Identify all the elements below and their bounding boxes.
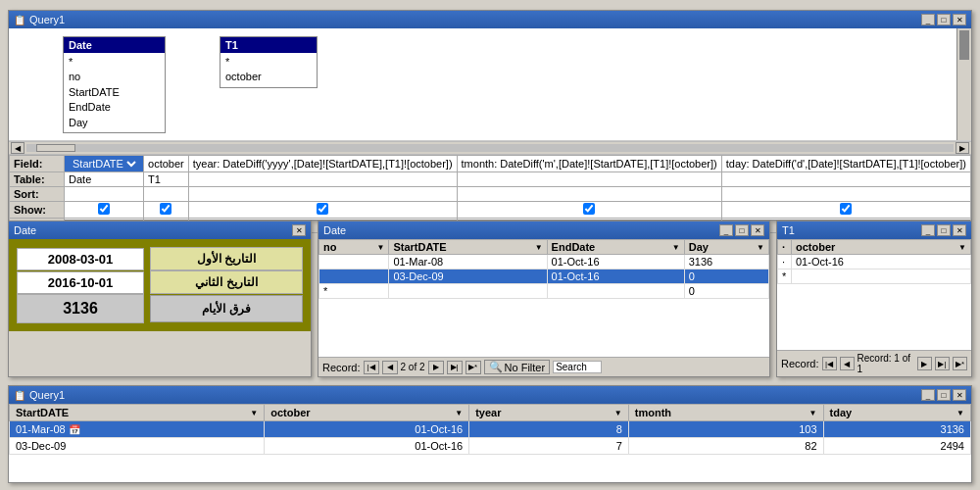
t1-header-row: · october▼ bbox=[778, 240, 971, 255]
date-max-btn[interactable]: □ bbox=[735, 224, 749, 236]
results-table: StartDATE▼ october▼ tyear▼ tmonth▼ tday▼… bbox=[9, 404, 971, 455]
scroll-right-btn[interactable]: ▶ bbox=[956, 142, 969, 154]
rth-tday[interactable]: tday▼ bbox=[823, 405, 970, 421]
nav-first-btn[interactable]: |◀ bbox=[364, 361, 379, 374]
date-popup-controls[interactable]: ✕ bbox=[292, 224, 306, 236]
no-filter-btn[interactable]: 🔍 No Filter bbox=[484, 360, 551, 374]
t1-row-star: * bbox=[778, 270, 971, 284]
scroll-thumb[interactable] bbox=[959, 30, 969, 60]
date-close-button[interactable]: ✕ bbox=[292, 224, 306, 236]
grid-row-field: Field: StartDATE october tyear: DateDiff… bbox=[10, 156, 971, 172]
date-rs-end bbox=[547, 284, 684, 299]
table-date: Date bbox=[65, 172, 144, 187]
t1-data-table: · october▼ · 01-Oct-16 * bbox=[777, 239, 971, 350]
h-scroll-thumb[interactable] bbox=[36, 144, 75, 152]
field-october: october bbox=[144, 156, 189, 172]
date-table-header-row: no▼ StartDATE▼ EndDate▼ Day▼ bbox=[319, 240, 769, 255]
t1-cls-btn[interactable]: ✕ bbox=[953, 224, 966, 236]
date-popup-body: 2008-03-01 التاريخ الأول 2016-10-01 التا… bbox=[9, 239, 311, 331]
t1-nav-info: Record: 1 of 1 bbox=[858, 353, 914, 374]
diff-label[interactable]: فرق الأيام bbox=[150, 295, 303, 322]
bottom-cls-btn[interactable]: ✕ bbox=[953, 389, 966, 401]
th-startdate[interactable]: StartDATE▼ bbox=[389, 240, 547, 255]
close-button[interactable]: ✕ bbox=[953, 14, 966, 25]
show-check-5[interactable] bbox=[721, 202, 970, 219]
grid-row-sort: Sort: bbox=[10, 187, 971, 202]
rth-october[interactable]: october▼ bbox=[265, 405, 469, 421]
diagram-area: Date * no StartDATE EndDate Day T1 * oct… bbox=[9, 28, 971, 141]
t1-nav-next[interactable]: ▶ bbox=[917, 357, 932, 370]
nav-next-btn[interactable]: ▶ bbox=[428, 361, 444, 374]
date-label-2[interactable]: التاريخ الثاني bbox=[150, 270, 303, 294]
date-data-controls[interactable]: _ □ ✕ bbox=[719, 224, 764, 236]
bottom-title: Query1 bbox=[29, 389, 65, 401]
query-title-area: 📋 Query1 bbox=[14, 14, 65, 25]
nav-of-text: 2 of 2 bbox=[401, 362, 425, 372]
nav-new-btn[interactable]: ▶* bbox=[466, 361, 481, 374]
show-label: Show: bbox=[10, 202, 65, 219]
sort-label: Sort: bbox=[10, 187, 65, 202]
bottom-title-area: 📋 Query1 bbox=[14, 389, 65, 401]
maximize-button[interactable]: □ bbox=[937, 14, 951, 25]
date-input-2[interactable]: 2016-10-01 bbox=[17, 271, 144, 294]
show-check-2[interactable] bbox=[144, 202, 189, 219]
show-check-1[interactable] bbox=[65, 202, 144, 219]
res-r2-tmonth: 82 bbox=[628, 438, 823, 455]
date-label-1[interactable]: التاريخ الأول bbox=[150, 247, 303, 270]
show-checkbox-4[interactable] bbox=[583, 203, 595, 215]
t1-nav-new[interactable]: ▶* bbox=[953, 357, 967, 370]
nav-prev-btn[interactable]: ◀ bbox=[382, 361, 398, 374]
show-checkbox-1[interactable] bbox=[98, 203, 110, 215]
scroll-left-btn[interactable]: ◀ bbox=[11, 142, 24, 154]
table-t1: T1 bbox=[144, 172, 189, 187]
show-checkbox-5[interactable] bbox=[840, 203, 852, 215]
th-no[interactable]: no▼ bbox=[319, 240, 389, 255]
res-r2-tday: 2494 bbox=[823, 438, 970, 455]
t1-data-titlebar: T1 _ □ ✕ bbox=[777, 221, 971, 239]
date-cls-btn[interactable]: ✕ bbox=[751, 224, 764, 236]
bottom-max-btn[interactable]: □ bbox=[937, 389, 951, 401]
t1-table-body: * october bbox=[220, 53, 317, 87]
t1-nav-prev[interactable]: ◀ bbox=[840, 357, 855, 370]
t1-rs-dot: * bbox=[778, 270, 792, 284]
rth-startdate[interactable]: StartDATE▼ bbox=[10, 405, 265, 421]
no-filter-text: No Filter bbox=[505, 362, 546, 373]
t1-data-controls[interactable]: _ □ ✕ bbox=[921, 224, 966, 236]
t1-results-table: · october▼ · 01-Oct-16 * bbox=[777, 239, 971, 284]
show-check-3[interactable] bbox=[188, 202, 457, 219]
t1-min-btn[interactable]: _ bbox=[921, 224, 935, 236]
minimize-button[interactable]: _ bbox=[921, 14, 935, 25]
scroll-track[interactable] bbox=[26, 144, 954, 152]
res-r1-tday: 3136 bbox=[823, 421, 970, 438]
sort-5 bbox=[721, 187, 970, 202]
show-checkbox-2[interactable] bbox=[160, 203, 172, 215]
th-t1-indicator: · bbox=[778, 240, 792, 255]
date-data-title: Date bbox=[323, 224, 346, 236]
show-checkbox-3[interactable] bbox=[317, 203, 328, 215]
bottom-controls[interactable]: _ □ ✕ bbox=[921, 389, 966, 401]
res-r2-tyear: 7 bbox=[469, 438, 629, 455]
th-october[interactable]: october▼ bbox=[792, 240, 971, 255]
vertical-scrollbar[interactable] bbox=[956, 28, 971, 140]
rth-tyear[interactable]: tyear▼ bbox=[469, 405, 629, 421]
bottom-min-btn[interactable]: _ bbox=[921, 389, 935, 401]
show-check-4[interactable] bbox=[457, 202, 721, 219]
rth-tmonth[interactable]: tmonth▼ bbox=[628, 405, 823, 421]
th-day[interactable]: Day▼ bbox=[684, 240, 768, 255]
date-popup-titlebar: Date ✕ bbox=[9, 221, 311, 239]
nav-last-btn[interactable]: ▶| bbox=[447, 361, 463, 374]
date-table-header: Date bbox=[64, 37, 165, 53]
th-enddate[interactable]: EndDate▼ bbox=[547, 240, 684, 255]
date-table-box: Date * no StartDATE EndDate Day bbox=[63, 36, 166, 133]
date-rs-start bbox=[389, 284, 547, 299]
date-min-btn[interactable]: _ bbox=[719, 224, 733, 236]
t1-max-btn[interactable]: □ bbox=[937, 224, 951, 236]
t1-row-1: · 01-Oct-16 bbox=[778, 255, 971, 270]
panel-controls[interactable]: _ □ ✕ bbox=[921, 14, 966, 25]
field-dropdown[interactable]: StartDATE bbox=[69, 157, 139, 171]
t1-nav-first[interactable]: |◀ bbox=[822, 357, 837, 370]
field-startdate[interactable]: StartDATE bbox=[65, 156, 144, 172]
date-input-1[interactable]: 2008-03-01 bbox=[17, 248, 144, 270]
t1-nav-last[interactable]: ▶| bbox=[935, 357, 950, 370]
search-input[interactable] bbox=[553, 361, 602, 373]
